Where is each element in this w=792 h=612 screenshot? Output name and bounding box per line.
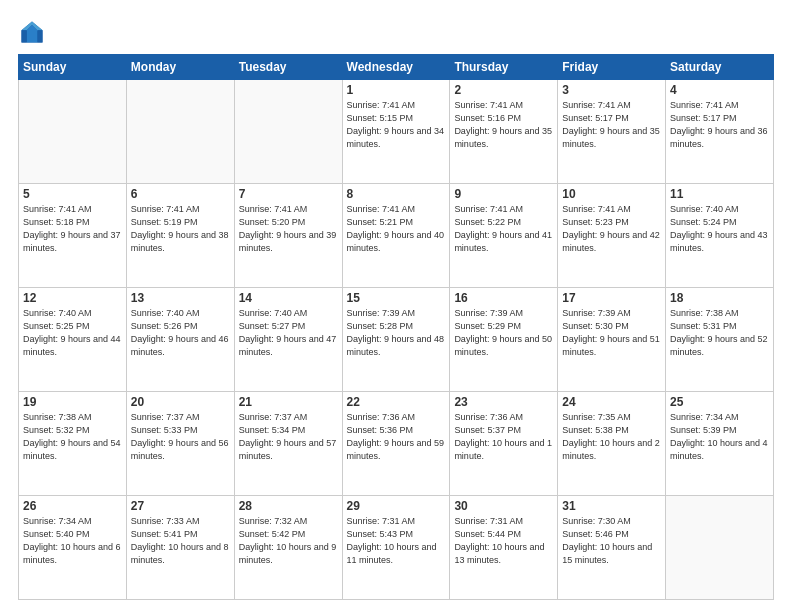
- calendar-cell: 2Sunrise: 7:41 AM Sunset: 5:16 PM Daylig…: [450, 80, 558, 184]
- day-detail: Sunrise: 7:40 AM Sunset: 5:24 PM Dayligh…: [670, 203, 769, 255]
- day-detail: Sunrise: 7:41 AM Sunset: 5:20 PM Dayligh…: [239, 203, 338, 255]
- calendar-week-3: 12Sunrise: 7:40 AM Sunset: 5:25 PM Dayli…: [19, 288, 774, 392]
- day-number: 1: [347, 83, 446, 97]
- calendar-cell: [666, 496, 774, 600]
- calendar-cell: 25Sunrise: 7:34 AM Sunset: 5:39 PM Dayli…: [666, 392, 774, 496]
- calendar-cell: 23Sunrise: 7:36 AM Sunset: 5:37 PM Dayli…: [450, 392, 558, 496]
- calendar-cell: 11Sunrise: 7:40 AM Sunset: 5:24 PM Dayli…: [666, 184, 774, 288]
- day-detail: Sunrise: 7:39 AM Sunset: 5:30 PM Dayligh…: [562, 307, 661, 359]
- day-number: 11: [670, 187, 769, 201]
- calendar-cell: 18Sunrise: 7:38 AM Sunset: 5:31 PM Dayli…: [666, 288, 774, 392]
- calendar-cell: [234, 80, 342, 184]
- day-number: 30: [454, 499, 553, 513]
- day-detail: Sunrise: 7:41 AM Sunset: 5:16 PM Dayligh…: [454, 99, 553, 151]
- calendar-cell: 21Sunrise: 7:37 AM Sunset: 5:34 PM Dayli…: [234, 392, 342, 496]
- svg-marker-2: [37, 30, 42, 42]
- day-number: 19: [23, 395, 122, 409]
- day-number: 22: [347, 395, 446, 409]
- weekday-header-monday: Monday: [126, 55, 234, 80]
- day-detail: Sunrise: 7:41 AM Sunset: 5:17 PM Dayligh…: [562, 99, 661, 151]
- day-number: 25: [670, 395, 769, 409]
- calendar-week-5: 26Sunrise: 7:34 AM Sunset: 5:40 PM Dayli…: [19, 496, 774, 600]
- day-detail: Sunrise: 7:36 AM Sunset: 5:36 PM Dayligh…: [347, 411, 446, 463]
- weekday-header-thursday: Thursday: [450, 55, 558, 80]
- calendar-cell: 28Sunrise: 7:32 AM Sunset: 5:42 PM Dayli…: [234, 496, 342, 600]
- day-number: 2: [454, 83, 553, 97]
- day-number: 4: [670, 83, 769, 97]
- day-detail: Sunrise: 7:40 AM Sunset: 5:26 PM Dayligh…: [131, 307, 230, 359]
- day-detail: Sunrise: 7:37 AM Sunset: 5:34 PM Dayligh…: [239, 411, 338, 463]
- day-number: 14: [239, 291, 338, 305]
- day-detail: Sunrise: 7:35 AM Sunset: 5:38 PM Dayligh…: [562, 411, 661, 463]
- calendar-week-2: 5Sunrise: 7:41 AM Sunset: 5:18 PM Daylig…: [19, 184, 774, 288]
- day-detail: Sunrise: 7:30 AM Sunset: 5:46 PM Dayligh…: [562, 515, 661, 567]
- calendar-cell: 4Sunrise: 7:41 AM Sunset: 5:17 PM Daylig…: [666, 80, 774, 184]
- calendar-cell: [126, 80, 234, 184]
- calendar-week-1: 1Sunrise: 7:41 AM Sunset: 5:15 PM Daylig…: [19, 80, 774, 184]
- day-number: 3: [562, 83, 661, 97]
- calendar-cell: 3Sunrise: 7:41 AM Sunset: 5:17 PM Daylig…: [558, 80, 666, 184]
- day-detail: Sunrise: 7:38 AM Sunset: 5:31 PM Dayligh…: [670, 307, 769, 359]
- day-number: 6: [131, 187, 230, 201]
- day-number: 5: [23, 187, 122, 201]
- calendar-cell: 17Sunrise: 7:39 AM Sunset: 5:30 PM Dayli…: [558, 288, 666, 392]
- logo-icon: [18, 18, 46, 46]
- day-number: 27: [131, 499, 230, 513]
- day-detail: Sunrise: 7:41 AM Sunset: 5:22 PM Dayligh…: [454, 203, 553, 255]
- calendar-table: SundayMondayTuesdayWednesdayThursdayFrid…: [18, 54, 774, 600]
- day-number: 29: [347, 499, 446, 513]
- day-detail: Sunrise: 7:41 AM Sunset: 5:15 PM Dayligh…: [347, 99, 446, 151]
- day-number: 24: [562, 395, 661, 409]
- day-detail: Sunrise: 7:41 AM Sunset: 5:23 PM Dayligh…: [562, 203, 661, 255]
- day-number: 23: [454, 395, 553, 409]
- logo: [18, 18, 50, 46]
- day-number: 15: [347, 291, 446, 305]
- calendar-cell: 30Sunrise: 7:31 AM Sunset: 5:44 PM Dayli…: [450, 496, 558, 600]
- day-detail: Sunrise: 7:32 AM Sunset: 5:42 PM Dayligh…: [239, 515, 338, 567]
- calendar-cell: 24Sunrise: 7:35 AM Sunset: 5:38 PM Dayli…: [558, 392, 666, 496]
- day-number: 31: [562, 499, 661, 513]
- day-detail: Sunrise: 7:39 AM Sunset: 5:28 PM Dayligh…: [347, 307, 446, 359]
- calendar-cell: 5Sunrise: 7:41 AM Sunset: 5:18 PM Daylig…: [19, 184, 127, 288]
- calendar-cell: 19Sunrise: 7:38 AM Sunset: 5:32 PM Dayli…: [19, 392, 127, 496]
- day-number: 7: [239, 187, 338, 201]
- calendar-cell: [19, 80, 127, 184]
- calendar-cell: 6Sunrise: 7:41 AM Sunset: 5:19 PM Daylig…: [126, 184, 234, 288]
- day-detail: Sunrise: 7:38 AM Sunset: 5:32 PM Dayligh…: [23, 411, 122, 463]
- weekday-header-friday: Friday: [558, 55, 666, 80]
- day-detail: Sunrise: 7:41 AM Sunset: 5:17 PM Dayligh…: [670, 99, 769, 151]
- calendar-cell: 14Sunrise: 7:40 AM Sunset: 5:27 PM Dayli…: [234, 288, 342, 392]
- calendar-cell: 22Sunrise: 7:36 AM Sunset: 5:36 PM Dayli…: [342, 392, 450, 496]
- calendar-cell: 26Sunrise: 7:34 AM Sunset: 5:40 PM Dayli…: [19, 496, 127, 600]
- day-detail: Sunrise: 7:39 AM Sunset: 5:29 PM Dayligh…: [454, 307, 553, 359]
- day-number: 28: [239, 499, 338, 513]
- day-detail: Sunrise: 7:31 AM Sunset: 5:44 PM Dayligh…: [454, 515, 553, 567]
- calendar-cell: 13Sunrise: 7:40 AM Sunset: 5:26 PM Dayli…: [126, 288, 234, 392]
- weekday-header-row: SundayMondayTuesdayWednesdayThursdayFrid…: [19, 55, 774, 80]
- calendar-cell: 7Sunrise: 7:41 AM Sunset: 5:20 PM Daylig…: [234, 184, 342, 288]
- day-number: 13: [131, 291, 230, 305]
- day-detail: Sunrise: 7:34 AM Sunset: 5:40 PM Dayligh…: [23, 515, 122, 567]
- header: [18, 18, 774, 46]
- calendar-cell: 31Sunrise: 7:30 AM Sunset: 5:46 PM Dayli…: [558, 496, 666, 600]
- calendar-cell: 10Sunrise: 7:41 AM Sunset: 5:23 PM Dayli…: [558, 184, 666, 288]
- day-number: 9: [454, 187, 553, 201]
- day-detail: Sunrise: 7:41 AM Sunset: 5:18 PM Dayligh…: [23, 203, 122, 255]
- day-number: 17: [562, 291, 661, 305]
- calendar-cell: 20Sunrise: 7:37 AM Sunset: 5:33 PM Dayli…: [126, 392, 234, 496]
- day-detail: Sunrise: 7:33 AM Sunset: 5:41 PM Dayligh…: [131, 515, 230, 567]
- calendar-cell: 15Sunrise: 7:39 AM Sunset: 5:28 PM Dayli…: [342, 288, 450, 392]
- calendar-cell: 12Sunrise: 7:40 AM Sunset: 5:25 PM Dayli…: [19, 288, 127, 392]
- calendar-cell: 1Sunrise: 7:41 AM Sunset: 5:15 PM Daylig…: [342, 80, 450, 184]
- calendar-cell: 16Sunrise: 7:39 AM Sunset: 5:29 PM Dayli…: [450, 288, 558, 392]
- day-number: 12: [23, 291, 122, 305]
- page: SundayMondayTuesdayWednesdayThursdayFrid…: [0, 0, 792, 612]
- calendar-cell: 27Sunrise: 7:33 AM Sunset: 5:41 PM Dayli…: [126, 496, 234, 600]
- day-number: 20: [131, 395, 230, 409]
- calendar-cell: 29Sunrise: 7:31 AM Sunset: 5:43 PM Dayli…: [342, 496, 450, 600]
- day-number: 16: [454, 291, 553, 305]
- calendar-cell: 9Sunrise: 7:41 AM Sunset: 5:22 PM Daylig…: [450, 184, 558, 288]
- day-detail: Sunrise: 7:41 AM Sunset: 5:19 PM Dayligh…: [131, 203, 230, 255]
- day-number: 26: [23, 499, 122, 513]
- weekday-header-wednesday: Wednesday: [342, 55, 450, 80]
